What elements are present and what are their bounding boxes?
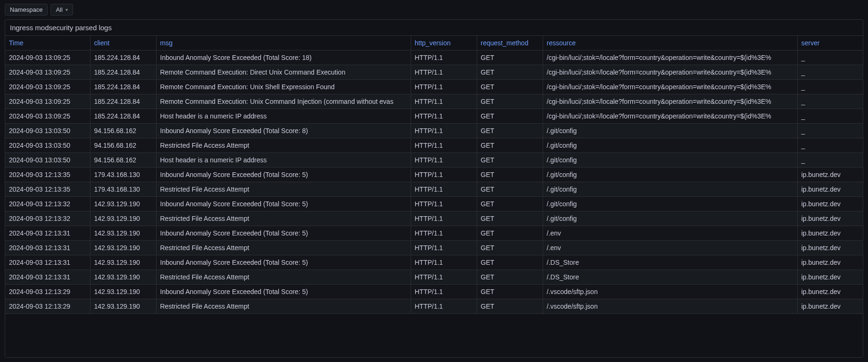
cell-request_method: GET bbox=[477, 255, 543, 270]
cell-http_version: HTTP/1.1 bbox=[411, 168, 477, 182]
cell-request_method: GET bbox=[477, 270, 543, 285]
cell-request_method: GET bbox=[477, 153, 543, 168]
cell-request_method: GET bbox=[477, 182, 543, 197]
cell-server: _ bbox=[797, 109, 863, 124]
cell-client: 185.224.128.84 bbox=[90, 94, 156, 109]
cell-msg: Inbound Anomaly Score Exceeded (Total Sc… bbox=[156, 51, 411, 65]
table-row[interactable]: 2024-09-03 13:09:25185.224.128.84Host he… bbox=[5, 109, 863, 124]
cell-msg: Restricted File Access Attempt bbox=[156, 270, 411, 285]
cell-client: 185.224.128.84 bbox=[90, 51, 156, 65]
table-row[interactable]: 2024-09-03 13:09:25185.224.128.84Remote … bbox=[5, 65, 863, 80]
cell-msg: Host header is a numeric IP address bbox=[156, 109, 411, 124]
table-row[interactable]: 2024-09-03 13:09:25185.224.128.84Inbound… bbox=[5, 51, 863, 65]
cell-msg: Remote Command Execution: Unix Shell Exp… bbox=[156, 80, 411, 94]
cell-client: 142.93.129.190 bbox=[90, 255, 156, 270]
cell-client: 142.93.129.190 bbox=[90, 211, 156, 226]
logs-panel: Ingress modsecurity parsed logs Time cli… bbox=[5, 19, 863, 358]
table-row[interactable]: 2024-09-03 12:13:32142.93.129.190Inbound… bbox=[5, 197, 863, 211]
cell-client: 142.93.129.190 bbox=[90, 226, 156, 241]
cell-time: 2024-09-03 13:09:25 bbox=[5, 80, 90, 94]
cell-request_method: GET bbox=[477, 168, 543, 182]
table-row[interactable]: 2024-09-03 12:13:29142.93.129.190Restric… bbox=[5, 299, 863, 314]
col-header-http-version[interactable]: http_version bbox=[411, 36, 477, 51]
cell-ressource: /.env bbox=[543, 226, 797, 241]
cell-msg: Restricted File Access Attempt bbox=[156, 241, 411, 255]
cell-request_method: GET bbox=[477, 65, 543, 80]
table-row[interactable]: 2024-09-03 12:13:29142.93.129.190Inbound… bbox=[5, 285, 863, 299]
table-row[interactable]: 2024-09-03 12:13:31142.93.129.190Inbound… bbox=[5, 226, 863, 241]
cell-server: ip.bunetz.dev bbox=[797, 285, 863, 299]
cell-request_method: GET bbox=[477, 109, 543, 124]
cell-ressource: /cgi-bin/luci/;stok=/locale?form=country… bbox=[543, 109, 797, 124]
cell-msg: Inbound Anomaly Score Exceeded (Total Sc… bbox=[156, 168, 411, 182]
cell-time: 2024-09-03 12:13:29 bbox=[5, 299, 90, 314]
cell-time: 2024-09-03 12:13:32 bbox=[5, 197, 90, 211]
cell-client: 94.156.68.162 bbox=[90, 138, 156, 153]
cell-server: ip.bunetz.dev bbox=[797, 168, 863, 182]
cell-server: _ bbox=[797, 138, 863, 153]
table-row[interactable]: 2024-09-03 13:03:5094.156.68.162Inbound … bbox=[5, 124, 863, 138]
cell-client: 94.156.68.162 bbox=[90, 124, 156, 138]
cell-ressource: /.vscode/sftp.json bbox=[543, 285, 797, 299]
table-row[interactable]: 2024-09-03 13:03:5094.156.68.162Host hea… bbox=[5, 153, 863, 168]
cell-server: _ bbox=[797, 65, 863, 80]
cell-ressource: /.git/config bbox=[543, 182, 797, 197]
panel-title: Ingress modsecurity parsed logs bbox=[5, 20, 863, 35]
col-header-client[interactable]: client bbox=[90, 36, 156, 51]
cell-request_method: GET bbox=[477, 138, 543, 153]
cell-time: 2024-09-03 13:09:25 bbox=[5, 51, 90, 65]
cell-http_version: HTTP/1.1 bbox=[411, 94, 477, 109]
cell-msg: Restricted File Access Attempt bbox=[156, 138, 411, 153]
table-row[interactable]: 2024-09-03 13:03:5094.156.68.162Restrict… bbox=[5, 138, 863, 153]
cell-ressource: /cgi-bin/luci/;stok=/locale?form=country… bbox=[543, 80, 797, 94]
table-row[interactable]: 2024-09-03 12:13:31142.93.129.190Inbound… bbox=[5, 255, 863, 270]
table-row[interactable]: 2024-09-03 12:13:31142.93.129.190Restric… bbox=[5, 270, 863, 285]
cell-http_version: HTTP/1.1 bbox=[411, 182, 477, 197]
cell-http_version: HTTP/1.1 bbox=[411, 51, 477, 65]
col-header-server[interactable]: server bbox=[797, 36, 863, 51]
cell-time: 2024-09-03 12:13:29 bbox=[5, 285, 90, 299]
cell-client: 94.156.68.162 bbox=[90, 153, 156, 168]
cell-time: 2024-09-03 12:13:35 bbox=[5, 182, 90, 197]
cell-request_method: GET bbox=[477, 51, 543, 65]
cell-server: _ bbox=[797, 80, 863, 94]
cell-time: 2024-09-03 13:03:50 bbox=[5, 124, 90, 138]
logs-table: Time client msg http_version request_met… bbox=[5, 35, 863, 314]
table-row[interactable]: 2024-09-03 13:09:25185.224.128.84Remote … bbox=[5, 94, 863, 109]
cell-request_method: GET bbox=[477, 299, 543, 314]
table-row[interactable]: 2024-09-03 12:13:32142.93.129.190Restric… bbox=[5, 211, 863, 226]
col-header-ressource[interactable]: ressource bbox=[543, 36, 797, 51]
cell-msg: Inbound Anomaly Score Exceeded (Total Sc… bbox=[156, 197, 411, 211]
cell-time: 2024-09-03 12:13:31 bbox=[5, 270, 90, 285]
cell-time: 2024-09-03 13:03:50 bbox=[5, 138, 90, 153]
col-header-request-method[interactable]: request_method bbox=[477, 36, 543, 51]
col-header-msg[interactable]: msg bbox=[156, 36, 411, 51]
cell-ressource: /.git/config bbox=[543, 211, 797, 226]
cell-ressource: /.git/config bbox=[543, 138, 797, 153]
cell-http_version: HTTP/1.1 bbox=[411, 270, 477, 285]
table-row[interactable]: 2024-09-03 13:09:25185.224.128.84Remote … bbox=[5, 80, 863, 94]
cell-server: ip.bunetz.dev bbox=[797, 299, 863, 314]
toolbar: Namespace All ▾ bbox=[0, 0, 868, 19]
namespace-variable-label[interactable]: Namespace bbox=[5, 4, 48, 16]
cell-http_version: HTTP/1.1 bbox=[411, 124, 477, 138]
col-header-time[interactable]: Time bbox=[5, 36, 90, 51]
cell-http_version: HTTP/1.1 bbox=[411, 241, 477, 255]
table-row[interactable]: 2024-09-03 12:13:31142.93.129.190Restric… bbox=[5, 241, 863, 255]
cell-server: _ bbox=[797, 94, 863, 109]
cell-msg: Inbound Anomaly Score Exceeded (Total Sc… bbox=[156, 285, 411, 299]
cell-http_version: HTTP/1.1 bbox=[411, 80, 477, 94]
table-row[interactable]: 2024-09-03 12:13:35179.43.168.130Inbound… bbox=[5, 168, 863, 182]
cell-ressource: /.git/config bbox=[543, 197, 797, 211]
cell-server: ip.bunetz.dev bbox=[797, 255, 863, 270]
cell-client: 185.224.128.84 bbox=[90, 80, 156, 94]
table-row[interactable]: 2024-09-03 12:13:35179.43.168.130Restric… bbox=[5, 182, 863, 197]
namespace-filter-dropdown[interactable]: All ▾ bbox=[50, 4, 73, 16]
cell-client: 185.224.128.84 bbox=[90, 109, 156, 124]
cell-server: ip.bunetz.dev bbox=[797, 211, 863, 226]
namespace-filter-value: All bbox=[56, 6, 62, 13]
cell-ressource: /cgi-bin/luci/;stok=/locale?form=country… bbox=[543, 94, 797, 109]
logs-table-wrap: Time client msg http_version request_met… bbox=[5, 35, 863, 357]
cell-ressource: /.DS_Store bbox=[543, 270, 797, 285]
cell-http_version: HTTP/1.1 bbox=[411, 226, 477, 241]
